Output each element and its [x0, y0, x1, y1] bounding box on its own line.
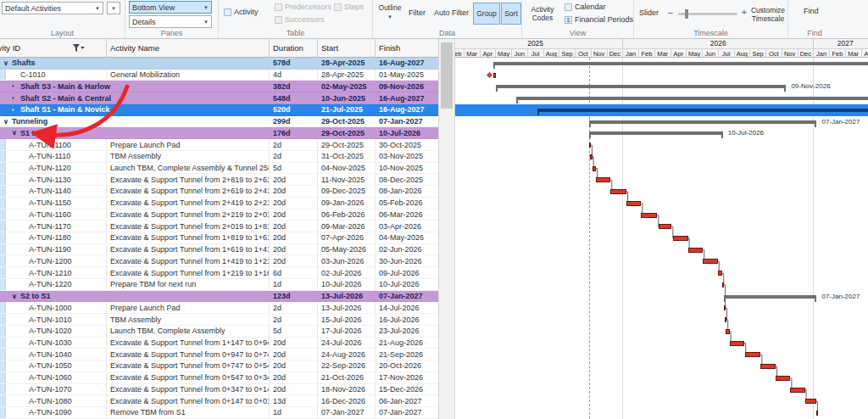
activity-bar[interactable] — [673, 236, 687, 241]
summary-bar[interactable] — [724, 295, 816, 299]
activity-bar[interactable] — [641, 213, 657, 218]
table-row[interactable]: A-TUN-1040Excavate & Support Tunnel from… — [0, 349, 438, 360]
gantt-body[interactable]: 09-Nov-202607-Jan-202710-Jul-202607-Jan-… — [455, 58, 868, 419]
table-row[interactable]: A-TUN-1120Launch TBM, Complete Assembly … — [0, 163, 438, 175]
activity-codes-button[interactable]: Activity Codes — [524, 5, 561, 22]
customize-timescale-button[interactable]: Customize Timescale — [749, 6, 787, 23]
chevron-right-icon[interactable]: › — [12, 94, 20, 102]
table-row[interactable]: ∨Tunneling299d29-Oct-202507-Jan-2027 — [0, 116, 438, 128]
activity-bar[interactable] — [745, 352, 760, 357]
table-row[interactable]: A-TUN-1150Excavate & Support Tunnel from… — [0, 198, 438, 210]
table-row[interactable]: A-TUN-1060Excavate & Support Tunnel from… — [0, 372, 438, 384]
column-header-duration[interactable]: Duration — [270, 39, 318, 57]
chevron-right-icon[interactable]: › — [12, 82, 20, 90]
activity-bar[interactable] — [725, 317, 726, 322]
table-row[interactable]: A-TUN-1100Prepare Launch Pad2d29-Oct-202… — [0, 139, 438, 151]
auto-filter-button[interactable]: Auto Filter — [434, 8, 469, 17]
chevron-right-icon[interactable]: › — [12, 106, 20, 114]
bottom-view-combo[interactable]: Bottom View ▼ — [129, 1, 212, 14]
financial-periods-button[interactable]: $ Financial Periods — [565, 15, 633, 24]
table-row[interactable]: ∨S1 to S2176d29-Oct-202510-Jul-2026 — [0, 127, 438, 139]
activity-bar[interactable] — [776, 376, 790, 381]
table-row[interactable]: A-TUN-1080Excavate & Support Tunnel from… — [0, 395, 438, 407]
table-row[interactable]: A-TUN-1050Excavate & Support Tunnel from… — [0, 360, 438, 372]
table-row[interactable]: ∨S2 to S1123d13-Jul-202607-Jan-2027 — [0, 291, 438, 303]
calendar-button[interactable]: Calendar — [565, 3, 606, 11]
activity-bar[interactable] — [688, 248, 704, 253]
table-row[interactable]: ›Shaft S3 - Main & Harlow382d02-May-2025… — [0, 81, 438, 92]
chevron-down-icon[interactable]: ∨ — [3, 59, 12, 67]
steps-button[interactable]: Steps — [334, 3, 364, 11]
table-row[interactable]: A-TUN-1170Excavate & Support Tunnel from… — [0, 221, 438, 232]
activity-bar[interactable] — [760, 364, 776, 369]
summary-bar[interactable] — [493, 62, 868, 65]
table-row[interactable]: A-TUN-1190Excavate & Support Tunnel from… — [0, 244, 438, 256]
activity-bar[interactable] — [816, 411, 818, 416]
filter-button[interactable]: Filter — [409, 8, 426, 17]
activity-bar[interactable] — [703, 259, 718, 264]
activity-bar[interactable] — [593, 166, 596, 171]
table-row[interactable]: A-TUN-1000Prepare Launch Pad2d13-Jul-202… — [0, 302, 438, 314]
zoom-out-icon[interactable]: – — [668, 8, 673, 17]
activity-bar[interactable] — [590, 154, 592, 159]
summary-bar[interactable] — [496, 85, 787, 88]
summary-bar[interactable] — [537, 109, 868, 112]
table-row[interactable]: A-TUN-1020Launch TBM, Complete Assembly5… — [0, 326, 438, 338]
outline-button[interactable]: Outline ▼ — [375, 3, 405, 21]
timescale-slider[interactable] — [678, 13, 737, 15]
table-row[interactable]: A-TUN-1140Excavate & Support Tunnel from… — [0, 186, 438, 198]
column-header-start[interactable]: Start — [318, 39, 376, 57]
activity-bar[interactable] — [726, 329, 729, 334]
gantt-timescale-header[interactable]: 2025FebMarAprMayJunJulAugSepOctNovDec202… — [455, 39, 868, 58]
summary-bar[interactable] — [589, 120, 817, 124]
vertical-scrollbar[interactable] — [438, 39, 455, 419]
table-row[interactable]: A-TUN-1130Excavate & Support Tunnel from… — [0, 174, 438, 186]
activity-bar[interactable] — [790, 388, 804, 393]
activity-bar[interactable] — [722, 282, 724, 288]
layout-dropdown-button[interactable]: ▼ — [107, 2, 120, 14]
table-row[interactable]: A-TUN-1110TBM Assembly2d31-Oct-202503-No… — [0, 151, 438, 163]
column-header-activity-name[interactable]: Activity Name — [107, 39, 270, 57]
scrollbar-thumb[interactable] — [441, 42, 453, 109]
activity-bar[interactable] — [730, 341, 745, 346]
activity-bar[interactable] — [805, 399, 816, 404]
activity-bar[interactable] — [610, 189, 626, 194]
activity-table-button[interactable]: Activity — [224, 8, 259, 16]
table-row[interactable]: A-TUN-1160Excavate & Support Tunnel from… — [0, 210, 438, 221]
table-row[interactable]: ›Shaft S1 - Main & Novick520d21-Jul-2025… — [0, 104, 438, 116]
table-row[interactable]: ›Shaft S2 - Main & Central548d10-Jun-202… — [0, 92, 438, 104]
table-row[interactable]: A-TUN-1070Excavate & Support Tunnel from… — [0, 384, 438, 396]
filter-funnel-icon[interactable] — [73, 44, 85, 53]
table-row[interactable]: A-TUN-1010TBM Assembly2d15-Jul-202616-Ju… — [0, 314, 438, 326]
table-row[interactable]: A-TUN-1030Excavate & Support Tunnel from… — [0, 338, 438, 349]
zoom-in-icon[interactable]: + — [742, 8, 747, 17]
activity-bar[interactable] — [724, 305, 726, 310]
sort-toggle-button[interactable]: Sort — [501, 3, 521, 25]
column-header-finish[interactable]: Finish — [376, 39, 438, 57]
table-row[interactable]: A-TUN-1180Excavate & Support Tunnel from… — [0, 232, 438, 244]
successors-button[interactable]: Successors — [275, 15, 325, 24]
chevron-down-icon[interactable]: ∨ — [3, 118, 12, 126]
layout-combo[interactable]: Default Activities ▼ — [2, 2, 103, 14]
table-row[interactable]: A-TUN-1220Prepare TBM for next run1d10-J… — [0, 279, 438, 291]
find-button[interactable]: Find — [804, 7, 819, 15]
chevron-down-icon[interactable]: ∨ — [12, 293, 20, 300]
activity-bar[interactable] — [626, 201, 641, 206]
column-header-activity-id[interactable]: Activity ID — [0, 39, 107, 57]
timescale-slider-thumb[interactable] — [685, 9, 688, 19]
activity-bar[interactable] — [589, 142, 591, 148]
table-row[interactable]: ∨Shafts578d28-Apr-202516-Aug-2027 — [0, 58, 438, 70]
summary-bar[interactable] — [589, 131, 723, 135]
activity-bar[interactable] — [718, 271, 722, 276]
predecessors-button[interactable]: Predecessors — [275, 3, 331, 11]
group-toggle-button[interactable]: Group — [473, 3, 500, 25]
table-row[interactable]: C-1010General Mobilization4d28-Apr-20250… — [0, 70, 438, 81]
activity-bar[interactable] — [659, 224, 672, 229]
activity-bar[interactable] — [596, 177, 610, 182]
summary-bar[interactable] — [516, 97, 868, 100]
table-row[interactable]: A-TUN-1210Excavate & Support Tunnel from… — [0, 267, 438, 279]
table-row[interactable]: A-TUN-1090Remove TBM from S11d07-Jan-202… — [0, 407, 438, 419]
details-combo[interactable]: Details ▼ — [129, 15, 212, 28]
chevron-down-icon[interactable]: ∨ — [12, 129, 20, 137]
activity-bar[interactable] — [493, 73, 495, 78]
